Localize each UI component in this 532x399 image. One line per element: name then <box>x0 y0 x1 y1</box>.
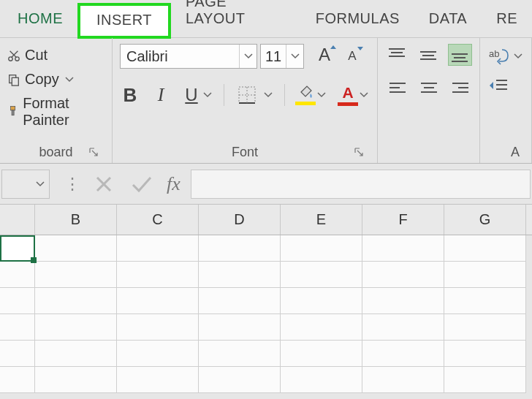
column-header[interactable]: B <box>35 205 117 235</box>
tab-formulas[interactable]: FORMULAS <box>301 1 414 37</box>
decrease-indent-button[interactable] <box>487 77 524 95</box>
cell[interactable] <box>444 262 526 288</box>
cell[interactable] <box>0 341 35 367</box>
cell[interactable] <box>444 235 526 262</box>
chevron-down-icon[interactable] <box>202 92 213 98</box>
cell[interactable] <box>0 288 35 314</box>
cell[interactable] <box>199 341 281 367</box>
cell[interactable] <box>199 288 281 314</box>
decrease-font-size-button[interactable]: A <box>341 45 364 68</box>
tab-home[interactable]: HOME <box>3 1 77 37</box>
cell[interactable] <box>362 314 444 341</box>
cell[interactable] <box>0 367 35 393</box>
cell[interactable] <box>362 288 444 314</box>
chevron-down-icon[interactable] <box>358 92 370 98</box>
tab-review[interactable]: RE <box>482 1 532 37</box>
chevron-down-icon[interactable] <box>512 53 524 59</box>
cell[interactable] <box>35 367 117 393</box>
cut-button[interactable]: Cut <box>7 47 104 64</box>
column-header[interactable]: E <box>281 205 362 235</box>
italic-button[interactable]: I <box>151 82 171 108</box>
font-size-combo[interactable]: 11 <box>260 44 304 69</box>
cell[interactable] <box>281 367 362 393</box>
bold-button[interactable]: B <box>120 82 140 108</box>
chevron-down-icon[interactable] <box>262 92 274 98</box>
cell[interactable] <box>362 235 444 262</box>
align-right-button[interactable] <box>448 77 472 99</box>
cell[interactable] <box>199 314 281 341</box>
fill-handle[interactable] <box>31 257 37 263</box>
tab-data[interactable]: DATA <box>414 1 482 37</box>
increase-font-size-button[interactable]: A <box>313 45 336 68</box>
cell[interactable] <box>444 314 526 341</box>
dialog-launcher-icon[interactable] <box>354 147 365 159</box>
cell[interactable] <box>199 367 281 393</box>
cell[interactable] <box>0 262 35 288</box>
tab-page-layout[interactable]: PAGE LAYOUT <box>171 0 301 37</box>
cell[interactable] <box>35 341 117 367</box>
cell[interactable] <box>362 367 444 393</box>
cell[interactable] <box>117 235 199 262</box>
cell[interactable] <box>35 288 117 314</box>
tab-insert[interactable]: INSERT <box>77 3 171 39</box>
chevron-down-icon[interactable] <box>239 45 256 68</box>
font-color-swatch <box>338 102 358 106</box>
cell[interactable] <box>281 288 362 314</box>
paint-bucket-icon <box>297 85 314 101</box>
cell[interactable] <box>117 288 199 314</box>
cell[interactable] <box>199 235 281 262</box>
borders-button[interactable] <box>235 84 259 106</box>
spreadsheet-grid <box>0 235 532 393</box>
cell[interactable] <box>0 314 35 341</box>
letter-a-large: A <box>319 45 330 65</box>
column-header[interactable]: C <box>117 205 199 235</box>
cell[interactable] <box>117 262 199 288</box>
cell[interactable] <box>117 314 199 341</box>
cell[interactable] <box>35 314 117 341</box>
copy-button[interactable]: Copy <box>7 71 104 88</box>
chevron-down-icon[interactable] <box>286 45 303 68</box>
caret-down-icon <box>357 46 364 52</box>
cancel-formula-button[interactable] <box>85 170 123 199</box>
column-header[interactable]: G <box>444 205 526 235</box>
alignment-group-label <box>385 157 472 162</box>
font-color-button[interactable]: A <box>338 84 370 106</box>
column-header[interactable]: F <box>362 205 444 235</box>
cell[interactable] <box>0 235 35 262</box>
formula-input[interactable] <box>191 170 531 199</box>
align-center-button[interactable] <box>417 77 441 99</box>
cell[interactable] <box>199 262 281 288</box>
cell[interactable] <box>444 367 526 393</box>
align-top-button[interactable] <box>385 44 409 66</box>
align-bottom-button[interactable] <box>448 44 472 66</box>
name-box[interactable] <box>1 170 50 199</box>
cell[interactable] <box>35 235 117 262</box>
cell[interactable] <box>117 341 199 367</box>
cell[interactable] <box>444 288 526 314</box>
align-middle-button[interactable] <box>417 44 441 66</box>
font-name-combo[interactable]: Calibri <box>120 44 257 69</box>
align-left-button[interactable] <box>385 77 409 99</box>
cell[interactable] <box>362 262 444 288</box>
wrap-text-button[interactable]: ab <box>487 47 524 66</box>
underline-button[interactable]: U <box>181 82 202 108</box>
cell[interactable] <box>281 262 362 288</box>
cell[interactable] <box>281 235 362 262</box>
cell[interactable] <box>281 314 362 341</box>
enter-formula-button[interactable] <box>123 170 161 199</box>
insert-function-button[interactable]: fx <box>161 173 186 195</box>
cell[interactable] <box>444 341 526 367</box>
formula-bar: ⋮ fx <box>0 164 532 205</box>
cell[interactable] <box>35 262 117 288</box>
format-painter-button[interactable]: Format Painter <box>7 95 104 129</box>
cell[interactable] <box>117 367 199 393</box>
cell[interactable] <box>362 341 444 367</box>
cell[interactable] <box>281 341 362 367</box>
chevron-down-icon[interactable] <box>316 92 327 98</box>
dialog-launcher-icon[interactable] <box>88 147 100 159</box>
column-header[interactable]: D <box>199 205 281 235</box>
fill-color-button[interactable] <box>295 85 327 105</box>
group-font: Calibri 11 A A <box>113 38 378 163</box>
column-header[interactable] <box>0 205 35 235</box>
letter-a-small: A <box>348 49 356 64</box>
